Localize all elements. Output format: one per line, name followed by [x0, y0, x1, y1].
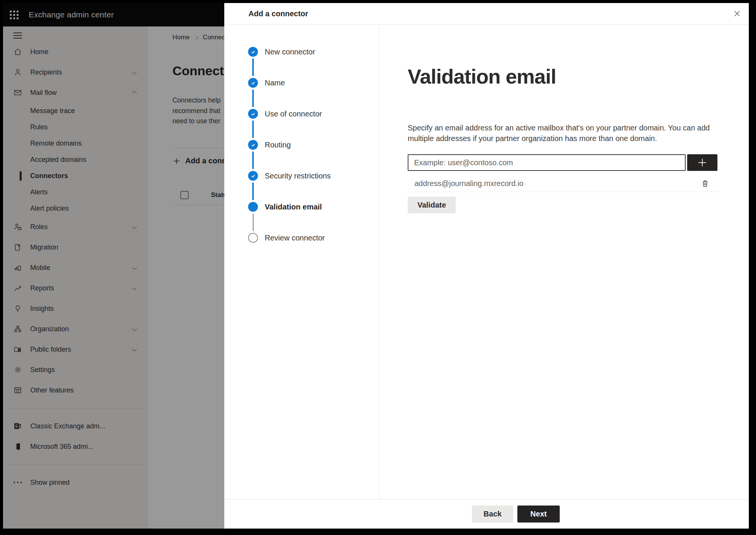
back-button[interactable]: Back — [472, 506, 513, 523]
added-email-address: address@journaling.mxrecord.io — [414, 179, 523, 188]
dialog-title: Add a connector — [248, 9, 308, 18]
step-current-dot — [248, 202, 258, 212]
wizard-step-use-of-connector[interactable]: Use of connector — [224, 98, 379, 129]
step-check-icon — [248, 171, 258, 181]
validate-button[interactable]: Validate — [408, 197, 456, 213]
add-email-button[interactable] — [687, 154, 717, 171]
wizard-step-security-restrictions[interactable]: Security restrictions — [224, 160, 379, 191]
dialog-footer: Back Next — [224, 499, 749, 529]
next-button[interactable]: Next — [517, 506, 560, 523]
dialog-body: New connector Name Use of connector Rout… — [224, 25, 749, 499]
added-email-row: address@journaling.mxrecord.io — [408, 175, 721, 192]
step-check-icon — [248, 109, 258, 119]
screen: Exchange admin center Home Recipients Ma… — [0, 0, 756, 535]
wizard-step-routing[interactable]: Routing — [224, 129, 379, 160]
step-heading: Validation email — [408, 64, 721, 88]
close-button[interactable] — [732, 9, 742, 19]
step-check-icon — [248, 140, 258, 150]
step-upcoming-dot — [248, 233, 258, 243]
email-input-row — [408, 154, 721, 171]
wizard-step-review-connector[interactable]: Review connector — [224, 222, 379, 253]
step-check-icon — [248, 47, 258, 57]
step-check-icon — [248, 78, 258, 88]
wizard-step-new-connector[interactable]: New connector — [224, 36, 379, 67]
wizard-steps: New connector Name Use of connector Rout… — [224, 25, 380, 499]
wizard-step-name[interactable]: Name — [224, 67, 379, 98]
add-connector-dialog: Add a connector New connector Name Use o… — [224, 3, 749, 529]
close-icon — [733, 9, 741, 18]
wizard-step-validation-email[interactable]: Validation email — [224, 191, 379, 222]
dialog-header: Add a connector — [224, 3, 749, 25]
delete-email-button[interactable] — [700, 178, 710, 189]
email-input[interactable] — [408, 154, 686, 171]
trash-icon — [701, 179, 709, 188]
step-description: Specify an email address for an active m… — [408, 123, 721, 144]
step-content: Validation email Specify an email addres… — [380, 25, 749, 499]
plus-icon — [697, 157, 708, 168]
